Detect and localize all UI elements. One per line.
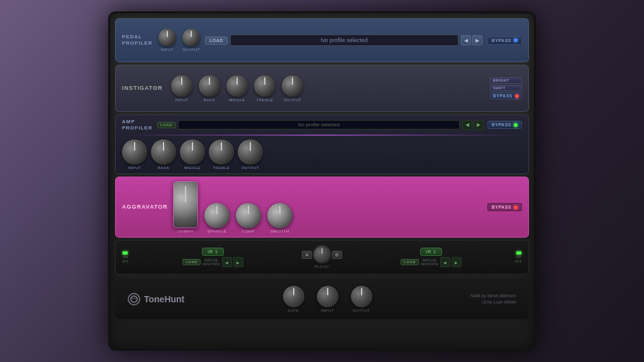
aggravator-bypass-button[interactable]: BYPASS — [487, 203, 522, 211]
pedal-input-knob-item: INPUT — [158, 29, 176, 52]
svg-point-0 — [131, 296, 137, 302]
pedal-profile-row: LOAD No profile selected ◀ ▶ — [205, 35, 482, 46]
instigator-controls: BRIGHT SHIFT BYPASS — [490, 77, 522, 99]
blend-label: BLEND — [315, 265, 330, 268]
ir2-impulse-label: IMPULSERESPONSE — [421, 258, 438, 266]
aggravator-label: AGGRAVATOR — [122, 204, 168, 211]
amp-profile-row: LOAD No profile selected ◀ ▶ — [157, 120, 484, 130]
input-label: INPUT — [321, 309, 334, 312]
pedal-prev-button[interactable]: ◀ — [461, 35, 471, 45]
aggravator-oomph-item: OOMPH — [173, 181, 198, 233]
pedal-profile-name: No profile selected — [230, 35, 458, 46]
aggravator-comp-item: CoMp — [236, 203, 261, 233]
instigator-bypass-button[interactable]: BYPASS — [490, 92, 522, 99]
pedal-next-button[interactable]: ▶ — [472, 35, 482, 45]
ir2-load-button[interactable]: LOAD — [401, 259, 419, 265]
ir1-off-label: OFF — [122, 260, 129, 263]
ir1-block: IR 1 LOAD IMPULSERESPONSE ◀ ▶ — [131, 248, 294, 267]
ab-blend-section: A B BLEND — [297, 246, 347, 268]
instigator-treble-label: TREBLE — [257, 98, 273, 102]
aggravator-smooth-knob[interactable] — [267, 203, 292, 228]
amp-profiler-label: AMP PROFILER — [122, 119, 153, 131]
aggravator-comp-label: CoMp — [242, 229, 255, 233]
amp-bypass-button[interactable]: BYPASS — [487, 121, 522, 129]
bottom-bar: ToneHunt GATE INPUT OUTPUT NAM by Steve … — [115, 278, 529, 319]
amp-output-knob[interactable] — [238, 140, 263, 165]
pedal-nav-arrows: ◀ ▶ — [461, 35, 482, 45]
pedal-profiler-knobs: INPUT OUTPUT — [158, 29, 200, 52]
instigator-bypass-label: BYPASS — [493, 94, 513, 98]
ir2-prev-button[interactable]: ◀ — [440, 257, 450, 267]
ir-section: ON OFF IR 1 LOAD IMPULSERESPONSE ◀ ▶ A B — [115, 240, 529, 275]
aggravator-smooth-label: SMOOTH — [270, 229, 289, 233]
amp-treble-label: TREBLE — [213, 166, 230, 170]
gate-knob[interactable] — [283, 286, 304, 307]
pedal-output-knob[interactable] — [182, 29, 200, 47]
aggravator-oomph-label: OOMPH — [177, 229, 193, 233]
aggravator-oomph-knob[interactable] — [173, 181, 198, 228]
gate-knob-item: GATE — [283, 286, 304, 312]
pedal-output-knob-item: OUTPUT — [182, 29, 200, 52]
amp-load-button[interactable]: LOAD — [157, 122, 175, 128]
ir1-impulse-label: IMPULSERESPONSE — [203, 258, 220, 266]
ir2-led — [516, 251, 521, 255]
aggravator-smooth-item: SMOOTH — [267, 203, 292, 233]
aggravator-bypass-wrap: BYPASS — [487, 203, 522, 211]
amp-profiler-section: AMP PROFILER LOAD No profile selected ◀ … — [115, 114, 529, 174]
amp-nav-arrows: ◀ ▶ — [462, 120, 484, 130]
amp-input-item: INPUT — [122, 140, 147, 170]
pedal-bypass-button[interactable]: BYPASS — [487, 36, 522, 45]
aggravator-sparkle-knob[interactable] — [204, 203, 230, 228]
amp-prev-button[interactable]: ◀ — [462, 120, 472, 130]
amp-bass-item: BASS — [151, 140, 176, 170]
ir2-next-button[interactable]: ▶ — [452, 257, 462, 267]
blend-knob[interactable] — [314, 246, 330, 263]
pedal-load-button[interactable]: LOAD — [205, 36, 228, 45]
input-knob-item: INPUT — [317, 286, 338, 312]
amp-input-knob[interactable] — [122, 140, 147, 165]
ir1-next-button[interactable]: ▶ — [233, 257, 243, 267]
amp-output-label: OUTPUT — [242, 166, 259, 170]
instigator-output-knob[interactable] — [282, 75, 303, 97]
instigator-bright-button[interactable]: BRIGHT — [490, 77, 522, 84]
instigator-input-label: INPUT — [175, 98, 189, 102]
ir1-label: IR 1 — [202, 248, 224, 256]
instigator-bass-knob[interactable] — [199, 75, 220, 97]
amp-middle-item: MIDDLE — [180, 140, 205, 170]
instigator-middle-knob[interactable] — [226, 75, 248, 97]
amp-profile-name: No profile selected — [178, 120, 460, 129]
pedal-input-knob[interactable] — [158, 29, 176, 47]
amp-next-button[interactable]: ▶ — [474, 120, 484, 130]
instigator-shift-button[interactable]: SHIFT — [490, 85, 522, 91]
instigator-bass-item: BASS — [199, 75, 220, 102]
ir1-controls: LOAD IMPULSERESPONSE ◀ ▶ — [182, 257, 243, 267]
amp-treble-knob[interactable] — [209, 140, 234, 165]
instigator-middle-label: MIDDLE — [229, 98, 245, 102]
app-name: ToneHunt — [144, 294, 184, 304]
aggravator-sparkle-label: SPARKLE — [207, 229, 226, 233]
input-knob[interactable] — [317, 286, 338, 307]
b-button[interactable]: B — [332, 251, 342, 259]
ir1-nav-arrows: ◀ ▶ — [222, 257, 243, 267]
aggravator-bypass-led — [514, 206, 518, 209]
pedal-output-label: OUTPUT — [182, 48, 200, 52]
aggravator-bypass-label: BYPASS — [492, 205, 511, 209]
instigator-treble-knob[interactable] — [254, 75, 275, 97]
a-button[interactable]: A — [302, 251, 312, 259]
instigator-input-knob[interactable] — [171, 75, 192, 97]
output-knob[interactable] — [351, 286, 372, 307]
amp-bypass-led — [514, 123, 518, 127]
ir1-load-button[interactable]: LOAD — [182, 259, 201, 265]
instigator-section: INSTIGATOR INPUT BASS MIDDLE TREBLE OUTP… — [115, 65, 529, 112]
ir2-controls: LOAD IMPULSERESPONSE ◀ ▶ — [401, 257, 462, 267]
amp-middle-knob[interactable] — [180, 140, 205, 165]
output-knob-item: OUTPUT — [351, 286, 372, 312]
ir1-prev-button[interactable]: ◀ — [222, 257, 232, 267]
instigator-middle-item: MIDDLE — [226, 75, 248, 102]
aggravator-comp-knob[interactable] — [236, 203, 261, 228]
logo-svg — [130, 295, 138, 304]
instigator-output-label: OUTPUT — [284, 98, 301, 102]
amp-bass-knob[interactable] — [151, 140, 176, 165]
gate-label: GATE — [288, 309, 299, 312]
instigator-knobs: INPUT BASS MIDDLE TREBLE OUTPUT — [171, 75, 303, 102]
